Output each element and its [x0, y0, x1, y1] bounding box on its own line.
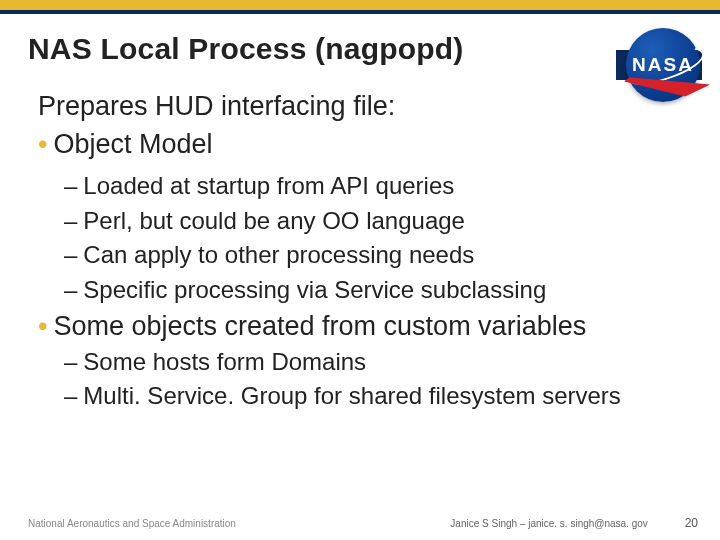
nasa-logo: NASA	[616, 22, 702, 108]
sub-group: –Loaded at startup from API queries –Per…	[38, 169, 692, 308]
bullet-level1: •Object Model	[38, 126, 692, 162]
dash-icon: –	[64, 276, 77, 303]
bullet-level2: –Multi. Service. Group for shared filesy…	[38, 379, 692, 414]
dash-icon: –	[64, 172, 77, 199]
page-number: 20	[685, 516, 698, 530]
logo-text: NASA	[632, 54, 694, 76]
bullet-text: Multi. Service. Group for shared filesys…	[83, 382, 621, 409]
footer-right: Janice S Singh – janice. s. singh@nasa. …	[450, 516, 698, 530]
dash-icon: –	[64, 207, 77, 234]
bullet-icon: •	[38, 311, 47, 341]
bullet-level2: –Can apply to other processing needs	[38, 238, 692, 273]
bullet-text: Specific processing via Service subclass…	[83, 276, 546, 303]
lead-text: Prepares HUD interfacing file:	[38, 88, 692, 124]
dash-icon: –	[64, 241, 77, 268]
bullet-text: Object Model	[53, 129, 212, 159]
bullet-text: Loaded at startup from API queries	[83, 172, 454, 199]
bullet-level2: –Loaded at startup from API queries	[38, 169, 692, 204]
slide-title: NAS Local Process (nagpopd)	[28, 32, 610, 66]
bullet-level2: –Some hosts form Domains	[38, 345, 692, 380]
bullet-text: Perl, but could be any OO language	[83, 207, 465, 234]
dash-icon: –	[64, 382, 77, 409]
bullet-level1: •Some objects created from custom variab…	[38, 308, 692, 344]
header: NAS Local Process (nagpopd) NASA	[0, 14, 720, 80]
slide: NAS Local Process (nagpopd) NASA Prepare…	[0, 0, 720, 540]
bullet-level2: –Perl, but could be any OO language	[38, 204, 692, 239]
bullet-text: Some objects created from custom variabl…	[53, 311, 586, 341]
slide-body: Prepares HUD interfacing file: •Object M…	[0, 80, 720, 414]
bullet-icon: •	[38, 129, 47, 159]
footer-org: National Aeronautics and Space Administr…	[28, 518, 236, 529]
dash-icon: –	[64, 348, 77, 375]
accent-bar	[0, 0, 720, 14]
bullet-level2: –Specific processing via Service subclas…	[38, 273, 692, 308]
footer-author: Janice S Singh – janice. s. singh@nasa. …	[450, 518, 648, 529]
footer: National Aeronautics and Space Administr…	[0, 516, 720, 530]
bullet-text: Some hosts form Domains	[83, 348, 366, 375]
bullet-text: Can apply to other processing needs	[83, 241, 474, 268]
nasa-meatball-icon: NASA	[626, 28, 700, 102]
